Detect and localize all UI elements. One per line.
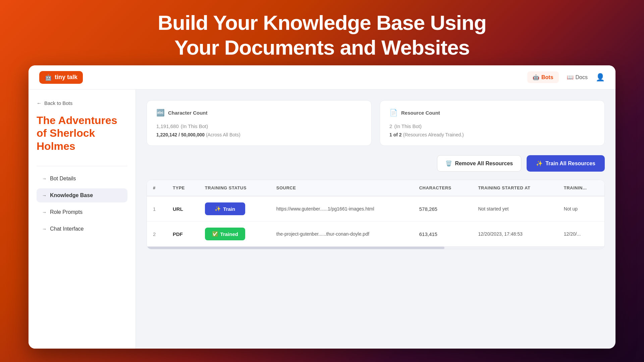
logo-area: 🤖 tiny talk — [39, 71, 83, 84]
main-card: 🤖 tiny talk 🤖 Bots 📖 Docs 👤 ← Back to Bo… — [29, 65, 615, 349]
remove-all-resources-button[interactable]: 🗑️ Remove All Resources — [437, 155, 521, 172]
col-type: TYPE — [167, 180, 199, 196]
col-training: TRAININ... — [558, 180, 604, 196]
row2-training-col: 12/20/... — [558, 222, 604, 247]
navbar: 🤖 tiny talk 🤖 Bots 📖 Docs 👤 — [29, 65, 615, 89]
docs-nav-button[interactable]: 📖 Docs — [567, 74, 588, 80]
arrow-icon: → — [42, 176, 47, 181]
character-count-header: 🔤 Character Count — [156, 109, 362, 117]
row2-source: the-project-gutenber......thur-conan-doy… — [270, 222, 413, 247]
col-training-status: TRAINING STATUS — [199, 180, 270, 196]
train-button-row1[interactable]: ✨ Train — [205, 202, 245, 215]
table-row: 2 PDF ✅ Trained the-project-gutenber....… — [147, 222, 604, 247]
logo-button[interactable]: 🤖 tiny talk — [39, 71, 83, 84]
table-header-row: # TYPE TRAINING STATUS SOURCE CHARACTERS… — [147, 180, 604, 196]
back-arrow-icon: ← — [37, 100, 42, 106]
arrow-icon: → — [42, 209, 47, 215]
row2-num: 2 — [147, 222, 167, 247]
col-num: # — [147, 180, 167, 196]
layout: ← Back to Bots The Adventures of Sherloc… — [29, 89, 615, 349]
arrow-icon: → — [42, 193, 47, 198]
train-icon: ✨ — [536, 160, 543, 167]
trained-label-row2: Trained — [220, 231, 238, 237]
row1-source: https://www.gutenber......1/pg1661-image… — [270, 196, 413, 222]
table-scroll-bar — [147, 247, 444, 249]
row1-training-col: Not up — [558, 196, 604, 222]
col-training-started-at: TRAINING STARTED AT — [472, 180, 557, 196]
character-count-card: 🔤 Character Count 1,191,680 (In This Bot… — [147, 100, 372, 146]
check-icon: ✅ — [212, 231, 218, 237]
row1-num: 1 — [147, 196, 167, 222]
actions-row: 🗑️ Remove All Resources ✨ Train All Reso… — [147, 155, 605, 172]
resource-count-card: 📄 Resource Count 2 (In This Bot) 1 of 2 … — [380, 100, 605, 146]
row2-type: PDF — [167, 222, 199, 247]
wand-icon: ✨ — [215, 206, 221, 212]
logo-icon: 🤖 — [45, 74, 52, 81]
col-characters: CHARACTERS — [413, 180, 472, 196]
row2-characters: 613,415 — [413, 222, 472, 247]
bot-title: The Adventures of Sherlock Holmes — [37, 114, 127, 153]
row1-training-started: Not started yet — [472, 196, 557, 222]
user-profile-button[interactable]: 👤 — [596, 73, 605, 82]
row2-training-started: 12/20/2023, 17:48:53 — [472, 222, 557, 247]
sidebar-divider — [37, 166, 127, 166]
docs-icon: 📖 — [567, 74, 574, 80]
stats-row: 🔤 Character Count 1,191,680 (In This Bot… — [147, 100, 605, 146]
resource-count-primary: 2 (In This Bot) — [389, 121, 595, 130]
resources-table: # TYPE TRAINING STATUS SOURCE CHARACTERS… — [147, 180, 604, 246]
back-to-bots-button[interactable]: ← Back to Bots — [37, 100, 127, 106]
resource-count-icon: 📄 — [389, 109, 398, 117]
trained-button-row2[interactable]: ✅ Trained — [205, 228, 245, 240]
logo-text: tiny talk — [55, 74, 77, 81]
character-count-primary: 1,191,680 (In This Bot) — [156, 121, 362, 130]
sidebar-item-knowledge-base[interactable]: → Knowledge Base — [37, 188, 127, 202]
row2-status: ✅ Trained — [199, 222, 270, 247]
row1-type: URL — [167, 196, 199, 222]
row1-status: ✨ Train — [199, 196, 270, 222]
resource-count-secondary: 1 of 2 (Resources Already Trained.) — [389, 132, 595, 137]
resources-table-container: # TYPE TRAINING STATUS SOURCE CHARACTERS… — [147, 180, 605, 249]
table-row: 1 URL ✨ Train https://www.gutenber......… — [147, 196, 604, 222]
sidebar-item-bot-details[interactable]: → Bot Details — [37, 172, 127, 186]
nav-right: 🤖 Bots 📖 Docs 👤 — [527, 71, 605, 83]
resource-count-header: 📄 Resource Count — [389, 109, 595, 117]
character-count-secondary: 1,220,142 / 50,000,000 (Across All Bots) — [156, 132, 362, 137]
train-all-resources-button[interactable]: ✨ Train All Resources — [527, 155, 605, 172]
bots-nav-button[interactable]: 🤖 Bots — [527, 71, 559, 83]
arrow-icon: → — [42, 226, 47, 232]
main-content: 🔤 Character Count 1,191,680 (In This Bot… — [136, 89, 615, 349]
row1-characters: 578,265 — [413, 196, 472, 222]
sidebar: ← Back to Bots The Adventures of Sherloc… — [29, 89, 136, 349]
train-label-row1: Train — [223, 206, 235, 212]
hero-title: Build Your Knowledge Base Using Your Doc… — [158, 10, 486, 60]
trash-icon: 🗑️ — [445, 160, 452, 167]
col-source: SOURCE — [270, 180, 413, 196]
hero-section: Build Your Knowledge Base Using Your Doc… — [0, 0, 644, 70]
sidebar-item-role-prompts[interactable]: → Role Prompts — [37, 205, 127, 219]
table-scroll-bar-container — [147, 246, 604, 249]
sidebar-item-chat-interface[interactable]: → Chat Interface — [37, 222, 127, 236]
character-count-icon: 🔤 — [156, 109, 165, 117]
bots-icon: 🤖 — [533, 74, 539, 80]
